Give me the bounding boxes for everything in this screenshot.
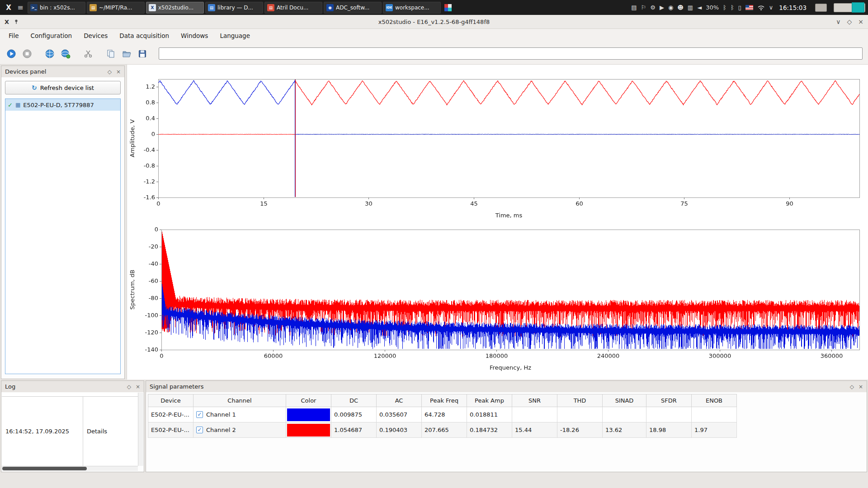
spectrum-chart[interactable] (127, 225, 868, 380)
cell-dc: 0.009875 (331, 407, 377, 422)
col-sinad[interactable]: SINAD (603, 394, 646, 407)
taskbar-app-files[interactable]: ▤ ~/MIPT/Ra... (87, 2, 145, 14)
devices-panel: Devices panel ◇ × ↻ Refresh device list … (1, 66, 125, 379)
stop-acquisition-button[interactable] (21, 48, 33, 60)
window-close-icon[interactable]: × (858, 18, 863, 25)
network-settings-button[interactable] (60, 48, 71, 60)
command-input[interactable] (159, 47, 863, 60)
open-folder-icon (122, 49, 132, 59)
device-list-item[interactable]: ✓ ▦ E502-P-EU-D, 5T779887 (5, 99, 120, 111)
menu-configuration[interactable]: Configuration (25, 29, 78, 43)
save-icon (137, 49, 147, 59)
pin-icon[interactable] (14, 19, 19, 24)
log-entry-details[interactable]: Details (83, 397, 138, 466)
col-channel[interactable]: Channel (193, 394, 286, 407)
taskbar-app-adc-software[interactable]: ◉ ADC_softw... (324, 2, 382, 14)
menu-data-acquisition[interactable]: Data acquisition (113, 29, 175, 43)
wifi-icon[interactable] (757, 5, 765, 10)
time-domain-chart[interactable] (127, 68, 868, 225)
col-sfdr[interactable]: SFDR (646, 394, 692, 407)
taskbar-app-library[interactable]: ▤ library — D... (205, 2, 263, 14)
device-icon: ▦ (15, 102, 20, 108)
clock[interactable]: 16:15:03 (779, 4, 807, 11)
taskbar-app-label: ADC_softw... (336, 5, 369, 11)
panel-close-icon[interactable]: × (859, 384, 863, 390)
col-ac[interactable]: AC (377, 394, 422, 407)
cell-channel: ✓ Channel 2 (193, 422, 286, 438)
xorg-logo-icon[interactable]: X (3, 4, 14, 12)
menu-windows[interactable]: Windows (175, 29, 214, 43)
menu-devices[interactable]: Devices (78, 29, 113, 43)
window-shade-icon[interactable]: ∨ (836, 18, 840, 25)
cell-color[interactable] (286, 422, 331, 438)
cell-channel: ✓ Channel 1 (193, 407, 286, 422)
tray-expand-icon[interactable]: ∨ (769, 4, 774, 11)
files-icon[interactable]: ▤ (631, 4, 637, 11)
window-app-icon: X (5, 19, 9, 25)
taskbar-app-atril[interactable]: ▤ Atril Docu... (264, 2, 322, 14)
taskbar-app-terminal[interactable]: >_ bin : x502s... (28, 2, 85, 14)
col-device[interactable]: Device (148, 394, 193, 407)
col-thd[interactable]: THD (557, 394, 603, 407)
color-profile-icon[interactable] (444, 4, 452, 11)
channel-checkbox[interactable]: ✓ (196, 411, 203, 418)
bluetooth-icon[interactable]: ᛒ (723, 4, 726, 11)
open-button[interactable] (121, 48, 132, 60)
panel-float-icon[interactable]: ◇ (108, 69, 112, 75)
record-icon[interactable]: ◉ (668, 4, 673, 11)
desktop: X ≡ >_ bin : x502s... ▤ ~/MIPT/Ra... X x… (0, 0, 868, 488)
channel-checkbox[interactable]: ✓ (196, 427, 203, 433)
col-snr[interactable]: SNR (512, 394, 557, 407)
copy-button[interactable] (105, 48, 117, 60)
cell-sinad (603, 407, 646, 422)
col-peak-freq[interactable]: Peak Freq (422, 394, 467, 407)
col-enob[interactable]: ENOB (692, 394, 737, 407)
panel-float-icon[interactable]: ◇ (127, 384, 131, 390)
cell-snr (512, 407, 557, 422)
menu-file[interactable]: File (3, 29, 25, 43)
phone-icon[interactable]: ▯ (738, 4, 741, 11)
x502studio-icon: X (149, 4, 156, 11)
cell-peak-freq: 207.665 (422, 422, 467, 438)
keyboard-layout-flag-icon[interactable] (745, 5, 753, 10)
refresh-button-label: Refresh device list (40, 84, 94, 91)
notes-applet-icon[interactable] (815, 4, 827, 12)
channel-label: Channel 2 (206, 427, 236, 433)
log-horizontal-scrollbar[interactable] (2, 466, 138, 471)
panel-menu-icon[interactable]: ≡ (14, 3, 26, 12)
panel-close-icon[interactable]: × (116, 69, 121, 75)
channel-color-swatch[interactable] (287, 424, 330, 436)
settings-icon[interactable]: ⚙ (650, 4, 656, 11)
panel-float-icon[interactable]: ◇ (850, 384, 854, 390)
clipboard-icon[interactable]: ▥ (688, 4, 693, 11)
menu-language[interactable]: Language (214, 29, 256, 43)
cell-color[interactable] (286, 407, 331, 422)
cell-ac: 0.190403 (377, 422, 422, 438)
cut-button[interactable] (82, 48, 94, 60)
save-button[interactable] (137, 48, 148, 60)
stop-icon (22, 49, 32, 59)
channel-color-swatch[interactable] (287, 408, 330, 421)
panel-close-icon[interactable]: × (136, 384, 140, 390)
volume-icon[interactable]: ◄ (697, 4, 702, 11)
col-dc[interactable]: DC (331, 394, 377, 407)
taskbar-app-workspace[interactable]: IDE workspace... (383, 2, 441, 14)
col-color[interactable]: Color (286, 394, 331, 407)
scrollbar-thumb[interactable] (2, 467, 87, 470)
network-connect-button[interactable] (44, 48, 56, 60)
browser-icon: ◉ (326, 4, 334, 11)
cell-dc: 1.054687 (331, 422, 377, 438)
col-peak-amp[interactable]: Peak Amp (467, 394, 512, 407)
window-maximize-icon[interactable]: ◇ (847, 18, 852, 25)
notification-icon[interactable]: ⚐ (641, 4, 646, 11)
taskbar-app-label: workspace... (395, 5, 429, 11)
bluetooth-device-icon[interactable]: ᛒ (731, 4, 734, 11)
refresh-device-list-button[interactable]: ↻ Refresh device list (5, 81, 121, 94)
start-acquisition-button[interactable] (5, 48, 17, 60)
window-titlebar[interactable]: X x502studio - E16_v1.2.5-68-g4ff148f8 ∨… (0, 15, 868, 29)
show-desktop-button[interactable] (852, 2, 864, 13)
taskbar-app-x502studio[interactable]: X x502studio... (146, 2, 204, 14)
log-vertical-scrollbar[interactable] (138, 393, 143, 466)
contacts-icon[interactable]: ☻ (677, 4, 684, 11)
send-icon[interactable]: ▶ (660, 4, 664, 11)
